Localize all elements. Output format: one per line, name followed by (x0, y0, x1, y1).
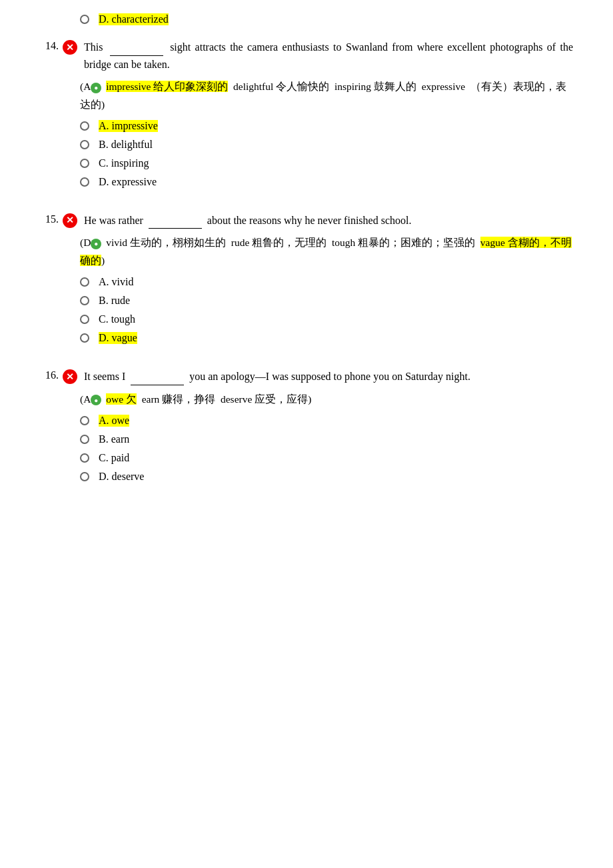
question-14-error-icon: ✕ (63, 40, 77, 55)
question-14-blank (110, 55, 163, 56)
radio-16-d[interactable] (80, 472, 89, 481)
radio-16-c[interactable] (80, 453, 89, 463)
question-15-error-icon: ✕ (63, 213, 77, 228)
option-15-a[interactable]: A. vivid (80, 276, 573, 288)
question-15: 15. ✕ He was rather about the reasons wh… (40, 212, 573, 344)
option-14-d[interactable]: D. expressive (80, 176, 573, 188)
question-15-number: 15. (40, 212, 59, 225)
radio-15-a[interactable] (80, 277, 89, 287)
option-16-b[interactable]: B. earn (80, 433, 573, 445)
question-16-error-icon: ✕ (63, 369, 77, 384)
prev-d-label: D. characterized (99, 13, 169, 25)
radio-16-b[interactable] (80, 435, 89, 444)
question-15-hint: (D● vivid 生动的，栩栩如生的 rude 粗鲁的，无理的 tough 粗… (80, 234, 573, 269)
option-16-c-label: C. paid (99, 452, 129, 464)
option-15-c[interactable]: C. tough (80, 313, 573, 325)
option-14-d-label: D. expressive (99, 176, 157, 188)
radio-15-d[interactable] (80, 333, 89, 343)
option-15-d-label: D. vague (99, 332, 137, 344)
option-14-a-label: A. impressive (99, 120, 158, 132)
question-16-hint: (A● owe 欠 earn 赚得，挣得 deserve 应受，应得) (80, 391, 573, 408)
hint-16-word: owe 欠 (106, 393, 137, 405)
option-15-b[interactable]: B. rude (80, 295, 573, 307)
option-15-b-label: B. rude (99, 295, 130, 307)
option-16-a[interactable]: A. owe (80, 415, 573, 427)
prev-question-d-option: D. characterized (80, 13, 573, 25)
option-16-d[interactable]: D. deserve (80, 471, 573, 483)
question-14-text: This sight attracts the camera enthusias… (84, 39, 573, 73)
radio-14-b[interactable] (80, 140, 89, 149)
radio-14-d[interactable] (80, 177, 89, 187)
hint-15-word: vague 含糊的，不明确的 (80, 237, 572, 265)
correct-marker-16: ● (91, 395, 101, 405)
option-15-c-label: C. tough (99, 313, 135, 325)
option-14-c-label: C. inspiring (99, 157, 149, 169)
radio-15-b[interactable] (80, 296, 89, 305)
option-16-c[interactable]: C. paid (80, 452, 573, 464)
radio-15-c[interactable] (80, 315, 89, 324)
option-15-d[interactable]: D. vague (80, 332, 573, 344)
question-14-options: A. impressive B. delightful C. inspiring… (80, 120, 573, 188)
option-15-a-label: A. vivid (99, 276, 133, 288)
option-14-c[interactable]: C. inspiring (80, 157, 573, 169)
question-15-text: He was rather about the reasons why he n… (84, 212, 573, 229)
question-16-options: A. owe B. earn C. paid D. deserve (80, 415, 573, 483)
question-14-hint: (A● impressive 给人印象深刻的 delightful 令人愉快的 … (80, 78, 573, 113)
option-16-d-label: D. deserve (99, 471, 144, 483)
question-14-number: 14. (40, 39, 59, 52)
correct-marker-15: ● (91, 239, 101, 249)
option-16-b-label: B. earn (99, 433, 129, 445)
option-14-a[interactable]: A. impressive (80, 120, 573, 132)
hint-14-word: impressive 给人印象深刻的 (106, 81, 228, 92)
question-15-options: A. vivid B. rude C. tough D. vague (80, 276, 573, 344)
radio-14-c[interactable] (80, 159, 89, 168)
option-16-a-label: A. owe (99, 415, 129, 427)
question-15-blank (149, 228, 202, 229)
question-16: 16. ✕ It seems I you an apology—I was su… (40, 368, 573, 483)
radio-14-a[interactable] (80, 121, 89, 131)
radio-16-a[interactable] (80, 416, 89, 425)
option-14-b-label: B. delightful (99, 139, 153, 151)
question-16-text: It seems I you an apology—I was supposed… (84, 368, 573, 385)
question-16-blank (131, 385, 184, 385)
correct-marker-14: ● (91, 83, 101, 93)
question-14: 14. ✕ This sight attracts the camera ent… (40, 39, 573, 188)
option-14-b[interactable]: B. delightful (80, 139, 573, 151)
question-16-number: 16. (40, 368, 59, 381)
radio-prev-d (80, 15, 89, 24)
